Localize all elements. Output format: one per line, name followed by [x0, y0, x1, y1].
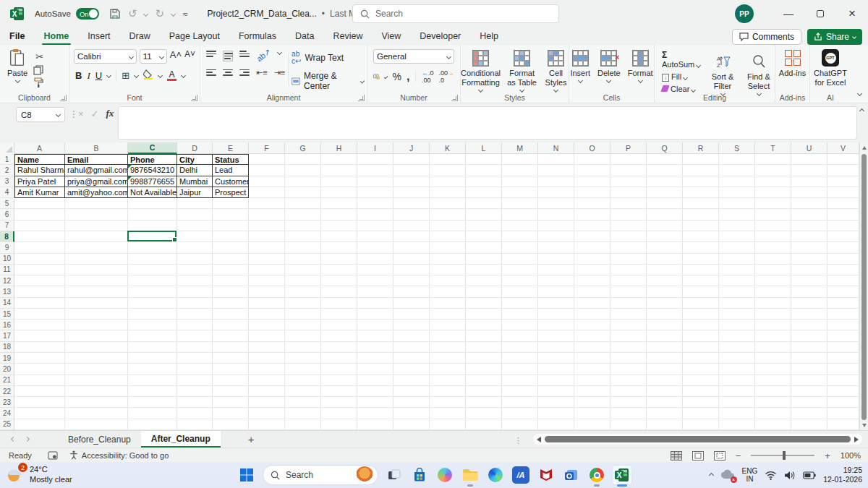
- file-explorer-icon[interactable]: [461, 466, 480, 484]
- column-header-O[interactable]: O: [574, 142, 610, 154]
- column-header-M[interactable]: M: [502, 142, 538, 154]
- grid-cell-D3[interactable]: Mumbai: [177, 176, 213, 187]
- language-indicator[interactable]: ENGIN: [742, 467, 758, 484]
- align-top-icon[interactable]: [206, 51, 216, 57]
- row-header-6[interactable]: 6: [0, 209, 14, 220]
- volume-icon[interactable]: [784, 471, 796, 480]
- clock[interactable]: 19:2512-01-2026: [823, 466, 862, 484]
- formula-bar-collapse-icon[interactable]: [859, 108, 864, 114]
- row-header-23[interactable]: 23: [0, 397, 14, 408]
- grid-cell-B3[interactable]: priya@gmail.com: [65, 176, 128, 187]
- start-button[interactable]: [237, 466, 256, 484]
- column-header-G[interactable]: G: [285, 142, 321, 154]
- row-header-25[interactable]: 25: [0, 419, 14, 430]
- tab-help[interactable]: Help: [470, 27, 508, 45]
- italic-icon[interactable]: I: [87, 70, 90, 82]
- column-header-F[interactable]: F: [249, 142, 285, 154]
- tab-formulas[interactable]: Formulas: [229, 27, 286, 45]
- row-header-8[interactable]: 8: [0, 231, 14, 242]
- microsoft-store-icon[interactable]: [410, 466, 429, 484]
- row-header-24[interactable]: 24: [0, 408, 14, 419]
- tab-file[interactable]: File: [0, 27, 35, 45]
- redo-icon[interactable]: ↻: [155, 7, 164, 20]
- clear-button[interactable]: Clear: [662, 85, 701, 93]
- tab-view[interactable]: View: [372, 27, 410, 45]
- row-header-9[interactable]: 9: [0, 242, 14, 253]
- accounting-format-icon[interactable]: [373, 72, 380, 82]
- zoom-slider[interactable]: [751, 455, 814, 456]
- close-button[interactable]: ×: [836, 0, 868, 27]
- column-header-P[interactable]: P: [610, 142, 647, 154]
- column-header-B[interactable]: B: [65, 142, 128, 154]
- zoom-out-button[interactable]: −: [736, 450, 741, 461]
- grid-cell-E2[interactable]: Lead: [213, 165, 249, 176]
- row-header-10[interactable]: 10: [0, 254, 14, 265]
- wifi-icon[interactable]: [765, 471, 777, 480]
- font-color-icon[interactable]: A: [167, 70, 176, 82]
- grid-cell-A2[interactable]: Rahul Sharma: [14, 165, 65, 176]
- decrease-indent-icon[interactable]: ⇤≡: [256, 68, 268, 77]
- grid-cell-E1[interactable]: Status: [213, 154, 249, 165]
- underline-icon[interactable]: U: [95, 70, 102, 81]
- horizontal-scroll-thumb[interactable]: [545, 436, 851, 442]
- scroll-left-icon[interactable]: [537, 437, 541, 442]
- column-header-C[interactable]: C: [128, 142, 177, 154]
- font-family-select[interactable]: Calibri: [74, 49, 137, 64]
- row-header-13[interactable]: 13: [0, 286, 14, 297]
- zoom-slider-thumb[interactable]: [783, 451, 786, 460]
- grow-font-icon[interactable]: A˄: [170, 49, 182, 64]
- zoom-level[interactable]: 100%: [841, 451, 861, 460]
- wrap-text-button[interactable]: abc↩ Wrap Text: [292, 51, 364, 65]
- weather-widget[interactable]: 2 24°CMostly clear: [6, 465, 72, 485]
- restore-button[interactable]: [804, 0, 836, 27]
- column-header-J[interactable]: J: [393, 142, 430, 154]
- blue-app-icon[interactable]: /A: [511, 466, 530, 484]
- column-header-V[interactable]: V: [827, 142, 859, 154]
- insert-function-icon[interactable]: fx: [106, 108, 114, 119]
- customize-qat-icon[interactable]: ≂: [182, 10, 188, 18]
- tab-insert[interactable]: Insert: [78, 27, 119, 45]
- scroll-right-icon[interactable]: [854, 437, 859, 442]
- column-header-A[interactable]: A: [14, 142, 65, 154]
- accessibility-status[interactable]: Accessibility: Good to go: [82, 451, 169, 460]
- grid-cell-E4[interactable]: Prospect: [213, 187, 249, 198]
- align-center-icon[interactable]: [223, 69, 233, 76]
- grid-cell-B4[interactable]: amit@yahoo.com: [65, 187, 128, 198]
- grid-cell-E3[interactable]: Customer: [213, 176, 249, 187]
- tab-draw[interactable]: Draw: [120, 27, 160, 45]
- row-header-17[interactable]: 17: [0, 330, 14, 341]
- sheet-tab-before-cleanup[interactable]: Before_Cleanup: [58, 431, 141, 448]
- column-header-E[interactable]: E: [213, 142, 249, 154]
- name-box[interactable]: C8: [16, 107, 65, 122]
- battery-icon[interactable]: [803, 471, 816, 479]
- fill-color-icon[interactable]: [143, 69, 153, 82]
- tab-home[interactable]: Home: [35, 27, 79, 45]
- page-break-view-icon[interactable]: [714, 451, 726, 461]
- align-middle-icon[interactable]: [223, 51, 233, 61]
- autosave-toggle[interactable]: On: [76, 8, 99, 20]
- selected-cell-C8[interactable]: [127, 231, 176, 241]
- row-header-21[interactable]: 21: [0, 375, 14, 386]
- borders-icon[interactable]: ⊞: [122, 70, 129, 81]
- merge-center-button[interactable]: Merge & Center: [292, 71, 364, 91]
- align-right-icon[interactable]: [239, 69, 250, 76]
- row-header-22[interactable]: 22: [0, 386, 14, 397]
- save-icon[interactable]: [109, 8, 121, 20]
- addins-button[interactable]: Add-ins: [775, 45, 809, 77]
- column-header-I[interactable]: I: [357, 142, 393, 154]
- collapse-ribbon-button[interactable]: [851, 45, 868, 103]
- sheet-tab-after-cleanup[interactable]: After_Cleanup: [141, 431, 221, 448]
- grid-cell-C3[interactable]: 9988776655: [128, 176, 177, 187]
- grid-cell-D4[interactable]: Jaipur: [177, 187, 213, 198]
- column-header-Q[interactable]: Q: [647, 142, 683, 154]
- prev-sheet-icon[interactable]: [11, 437, 16, 442]
- cancel-icon[interactable]: ×: [78, 108, 84, 119]
- undo-icon[interactable]: ↺: [128, 7, 137, 20]
- row-header-3[interactable]: 3: [0, 176, 14, 187]
- column-header-N[interactable]: N: [538, 142, 574, 154]
- grid-cell-A1[interactable]: Name: [14, 154, 65, 165]
- comma-style-icon[interactable]: ,: [407, 73, 409, 80]
- row-header-2[interactable]: 2: [0, 165, 14, 176]
- row-header-11[interactable]: 11: [0, 265, 14, 275]
- row-header-14[interactable]: 14: [0, 298, 14, 309]
